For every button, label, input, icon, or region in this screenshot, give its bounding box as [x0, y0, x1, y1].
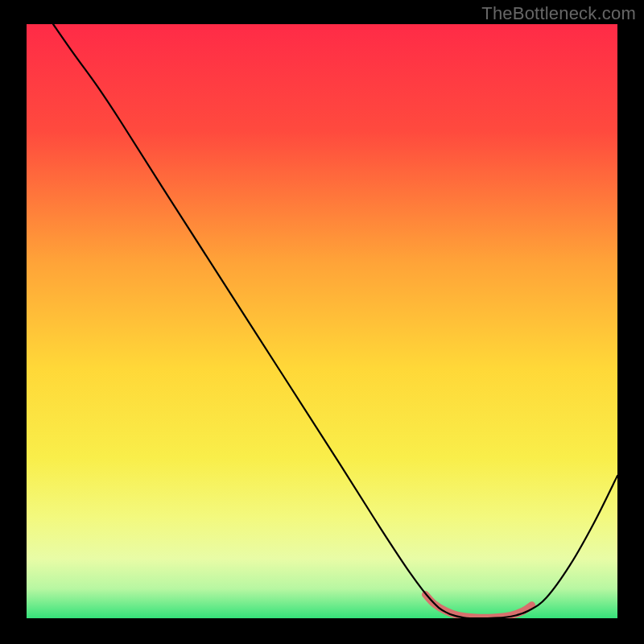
- chart-svg: [27, 24, 617, 618]
- watermark-text: TheBottleneck.com: [481, 3, 636, 24]
- chart-frame: TheBottleneck.com: [0, 0, 644, 644]
- plot-area: [27, 24, 617, 618]
